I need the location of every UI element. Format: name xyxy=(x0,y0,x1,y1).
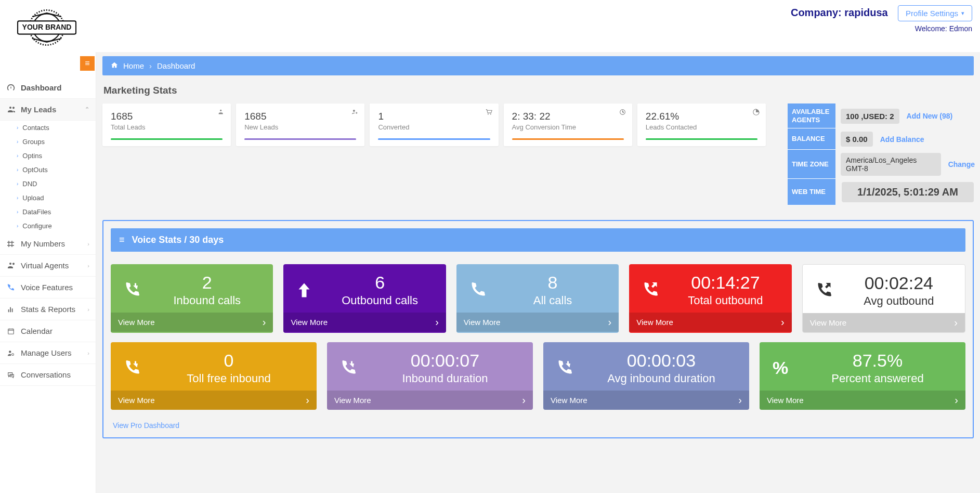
sidebar-subitem-contacts[interactable]: ›Contacts xyxy=(0,121,96,135)
subitem-label: Optins xyxy=(22,152,42,160)
sidebar-item-virtual-agents[interactable]: Virtual Agents › xyxy=(0,255,96,277)
change-timezone-link[interactable]: Change xyxy=(948,160,975,168)
profile-settings-button[interactable]: Profile Settings ▾ xyxy=(898,5,972,21)
stat-value: 2: 33: 22 xyxy=(512,111,624,122)
pie-icon xyxy=(753,109,760,117)
voice-card-value: 8 xyxy=(496,273,609,293)
voice-card-value: 00:00:03 xyxy=(583,351,740,371)
voice-card-percent-answered: %87.5%Percent answeredView More xyxy=(760,342,965,410)
svg-text:YOUR BRAND: YOUR BRAND xyxy=(22,23,72,31)
webtime-value: 1/1/2025, 5:01:29 AM xyxy=(842,182,974,202)
timezone-value: America/Los_Angeles GMT-8 xyxy=(841,153,941,176)
stat-card-avg-conversion: 2: 33: 22 Avg Conversion Time xyxy=(504,103,632,146)
chevron-right-icon xyxy=(522,394,526,406)
subitem-label: Upload xyxy=(22,194,44,202)
view-more-button[interactable]: View More xyxy=(543,391,749,410)
chevron-right-icon xyxy=(608,316,612,328)
sidebar-item-label: My Leads xyxy=(21,105,56,114)
breadcrumb-current: Dashboard xyxy=(157,61,195,70)
chevron-right-icon: › xyxy=(17,223,18,229)
stat-bar xyxy=(378,138,490,140)
hash-icon xyxy=(6,240,16,248)
sidebar-item-conversations[interactable]: Conversations xyxy=(0,364,96,386)
sidebar-subitem-datafiles[interactable]: ›DataFiles xyxy=(0,205,96,219)
view-more-button[interactable]: View More xyxy=(629,313,791,332)
sidebar-item-label: Manage Users xyxy=(21,348,72,357)
stat-bar xyxy=(111,138,223,140)
cart-icon xyxy=(486,109,492,117)
chevron-right-icon xyxy=(781,316,785,328)
svg-rect-4 xyxy=(8,329,14,334)
phone-icon xyxy=(466,281,489,300)
chevron-right-icon: › xyxy=(87,241,89,247)
chevron-right-icon xyxy=(955,394,958,406)
subitem-label: DND xyxy=(22,180,37,188)
chevron-right-icon: › xyxy=(87,306,89,313)
view-more-button[interactable]: View More xyxy=(760,391,965,410)
sidebar-subitem-optouts[interactable]: ›OptOuts xyxy=(0,163,96,177)
view-more-button[interactable]: View More xyxy=(456,313,619,332)
sidebar-item-my-leads[interactable]: My Leads ⌃ xyxy=(0,99,96,121)
user-plus-icon xyxy=(351,109,358,117)
view-more-label: View More xyxy=(291,318,328,327)
voice-card-label: Total outbound xyxy=(669,294,782,307)
voice-card-value: 00:00:07 xyxy=(367,351,524,371)
chat-icon xyxy=(6,371,16,379)
voice-card-toll-free-inbound: 0Toll free inboundView More xyxy=(111,342,317,410)
sidebar-subitem-groups[interactable]: ›Groups xyxy=(0,135,96,149)
chevron-right-icon: › xyxy=(17,209,18,215)
sidebar-item-manage-users[interactable]: Manage Users › xyxy=(0,342,96,364)
stat-card-new-leads: 1685 New Leads xyxy=(236,103,364,146)
chevron-right-icon xyxy=(954,317,958,329)
voice-card-label: Avg inbound duration xyxy=(583,372,740,385)
chevron-right-icon: › xyxy=(87,350,89,356)
sidebar-subitem-configure[interactable]: ›Configure xyxy=(0,219,96,233)
stat-bar xyxy=(512,138,624,140)
sidebar-toggle-button[interactable]: ≡ xyxy=(80,56,95,71)
stat-card-total-leads: 1685 Total Leads xyxy=(102,103,231,146)
sidebar-item-voice-features[interactable]: Voice Features xyxy=(0,277,96,299)
sidebar-item-dashboard[interactable]: Dashboard xyxy=(0,77,96,99)
sidebar-subitem-upload[interactable]: ›Upload xyxy=(0,191,96,205)
percent-icon: % xyxy=(769,358,792,378)
view-more-button[interactable]: View More xyxy=(111,313,273,332)
voice-card-label: Percent answered xyxy=(799,372,956,385)
info-label-agents: AVAILABLE AGENTS xyxy=(788,103,835,128)
voice-card-inbound-calls: 2Inbound callsView More xyxy=(111,264,273,333)
stat-label: Converted xyxy=(378,123,490,131)
view-pro-dashboard-link[interactable]: View Pro Dashboard xyxy=(111,419,179,430)
chevron-right-icon xyxy=(435,316,439,328)
subitem-label: Groups xyxy=(22,138,45,146)
stat-value: 22.61% xyxy=(646,111,757,122)
view-more-label: View More xyxy=(334,396,371,405)
view-more-button[interactable]: View More xyxy=(327,391,533,410)
sidebar-item-label: Virtual Agents xyxy=(21,261,69,270)
info-panel: AVAILABLE AGENTS 100 ,USED: 2 Add New (9… xyxy=(788,103,980,205)
view-more-button[interactable]: View More xyxy=(111,391,317,410)
sidebar-item-calendar[interactable]: Calendar xyxy=(0,320,96,342)
view-more-button[interactable]: View More xyxy=(803,313,965,332)
sidebar: Dashboard My Leads ⌃ ›Contacts ›Groups ›… xyxy=(0,52,96,493)
stat-label: New Leads xyxy=(244,123,356,131)
svg-point-6 xyxy=(12,353,14,355)
user-gear-icon xyxy=(6,349,16,357)
sidebar-subitem-optins[interactable]: ›Optins xyxy=(0,149,96,163)
breadcrumb-home[interactable]: Home xyxy=(123,61,144,70)
bar-chart-icon xyxy=(6,306,16,313)
svg-point-8 xyxy=(488,114,489,115)
add-agents-link[interactable]: Add New (98) xyxy=(907,112,953,120)
chevron-down-icon: ▾ xyxy=(961,10,964,17)
voice-card-label: All calls xyxy=(496,294,609,307)
chevron-right-icon xyxy=(306,394,309,406)
sidebar-item-label: Stats & Reports xyxy=(21,305,75,314)
sidebar-item-stats-reports[interactable]: Stats & Reports › xyxy=(0,299,96,320)
breadcrumb: Home › Dashboard xyxy=(102,56,974,75)
view-more-button[interactable]: View More xyxy=(283,313,446,332)
add-balance-link[interactable]: Add Balance xyxy=(880,135,924,144)
voice-card-label: Outbound calls xyxy=(323,294,436,307)
voice-card-total-outbound: 00:14:27Total outboundView More xyxy=(629,264,791,333)
menu-icon: ≡ xyxy=(119,235,125,245)
sidebar-item-my-numbers[interactable]: My Numbers › xyxy=(0,233,96,255)
sidebar-subitem-dnd[interactable]: ›DND xyxy=(0,177,96,191)
chevron-up-icon: ⌃ xyxy=(85,106,89,113)
